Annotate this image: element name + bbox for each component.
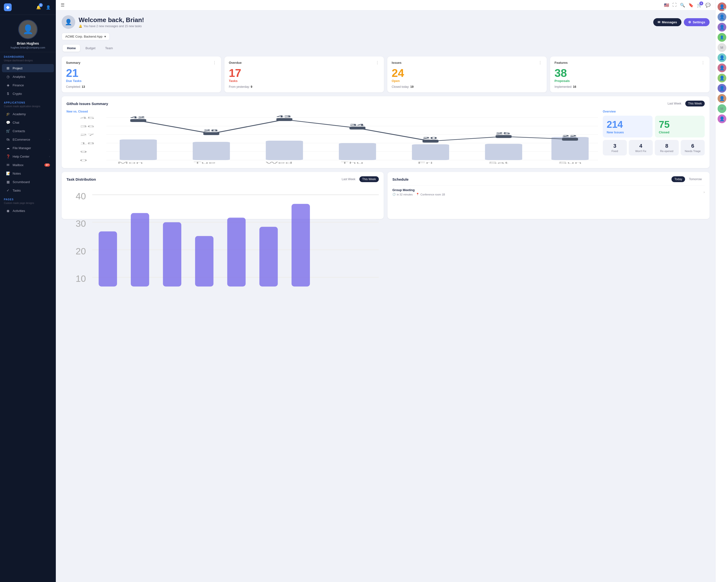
chart-wrap: 45 36 27 18 9 0 (67, 115, 598, 164)
bottom-row: Task Distribution Last Week This Week 40… (62, 172, 709, 219)
menu-icon[interactable]: ☰ (61, 2, 64, 8)
sidebar-section-label: DASHBOARDS (0, 52, 56, 59)
sidebar-item-label: Analytics (12, 75, 25, 79)
avatar-strip-item[interactable]: 👤 (718, 12, 726, 21)
sidebar-item-filemanager[interactable]: ☁ File Manager (2, 144, 54, 152)
sidebar-item-label: Notes (12, 172, 21, 175)
avatar-strip-item[interactable]: 👤 (718, 53, 726, 62)
user-profile: 👤 Brian Hughes hughes.brian@company.com (0, 15, 56, 52)
sidebar-item-scrumboard[interactable]: ▦ Scrumboard (2, 178, 54, 186)
online-dot (724, 9, 726, 11)
stat-label: Tasks (229, 79, 380, 83)
avatar-strip-item[interactable]: 👤 (718, 23, 726, 31)
stats-row: Summary ⋮ 21 Due Tasks Completed: 13 Ove… (62, 56, 709, 92)
settings-button[interactable]: ⚙ Settings (684, 18, 709, 26)
closed-number: 75 (659, 119, 701, 130)
sidebar-item-chat[interactable]: 💬 Chat (2, 118, 54, 127)
github-header: Github Issues Summary Last Week This Wee… (67, 101, 705, 107)
sidebar-item-project[interactable]: ⊞ Project (2, 64, 54, 72)
welcome-title: Welcome back, Brian! (79, 16, 144, 24)
search-icon[interactable]: 🔍 (680, 3, 685, 8)
stat-menu-icon[interactable]: ⋮ (375, 60, 380, 65)
filemanager-icon: ☁ (6, 146, 10, 150)
tab-team[interactable]: Team (101, 45, 117, 52)
sidebar-item-mailbox[interactable]: ✉ Mailbox 27 (2, 161, 54, 169)
svg-rect-21 (277, 118, 292, 121)
stat-card-issues: Issues ⋮ 24 Open Closed today: 19 (387, 56, 547, 92)
bookmark-icon[interactable]: 🔖 (688, 3, 694, 8)
svg-text:9: 9 (80, 150, 87, 153)
avatar-strip-item[interactable]: M (718, 43, 726, 52)
expand-icon[interactable]: ⛶ (672, 3, 677, 7)
last-week-btn[interactable]: Last Week (665, 101, 684, 107)
stat-number: 38 (554, 67, 705, 79)
sidebar-item-academy[interactable]: 🎓 Academy (2, 110, 54, 118)
avatar-strip-item[interactable]: 👤 (718, 94, 726, 103)
sidebar-item-finance[interactable]: ◈ Finance (2, 81, 54, 89)
schedule-header: Schedule Today Tomorrow (392, 176, 705, 182)
stat-footer: From yesterday: 9 (229, 85, 380, 88)
flag-icon[interactable]: 🇺🇸 (664, 3, 669, 8)
stat-card-title: Summary (66, 61, 80, 64)
sidebar-item-ecommerce[interactable]: 🛍 ECommerce › (2, 135, 54, 144)
stat-menu-icon[interactable]: ⋮ (538, 60, 542, 65)
sidebar-item-notes[interactable]: 📝 Notes (2, 169, 54, 177)
svg-text:0: 0 (80, 159, 87, 162)
tab-home[interactable]: Home (62, 45, 80, 52)
sidebar-item-label: Tasks (12, 189, 21, 192)
avatar-strip-item[interactable]: 👤 (718, 2, 726, 11)
svg-text:Sat: Sat (488, 162, 508, 164)
this-week-btn[interactable]: This Week (685, 101, 705, 107)
tab-budget[interactable]: Budget (81, 45, 100, 52)
svg-rect-48 (99, 231, 117, 286)
dist-chart-svg: 40 30 20 10 (67, 186, 379, 296)
sidebar-item-tasks[interactable]: ✓ Tasks (2, 186, 54, 194)
messages-button[interactable]: ✉ Messages (653, 18, 681, 26)
schedule-left: Group Meeting 🕐 in 32 minutes 📍 Conferen… (392, 188, 445, 196)
task-last-week-btn[interactable]: Last Week (339, 176, 358, 182)
profile-icon-button[interactable]: 👤 (45, 4, 52, 11)
avatar-strip-item[interactable]: 👤 (718, 114, 726, 123)
svg-rect-13 (193, 142, 230, 160)
svg-rect-19 (130, 119, 146, 122)
stat-menu-icon[interactable]: ⋮ (213, 60, 217, 65)
project-selector[interactable]: ACME Corp. Backend App ▾ (62, 33, 110, 40)
nav-badge-mailbox: 27 (45, 163, 50, 167)
stat-card-features: Features ⋮ 38 Proposals Implemented: 16 (550, 56, 709, 92)
academy-icon: 🎓 (6, 112, 10, 116)
chevron-down-icon: ▾ (104, 35, 106, 38)
overview-bottom: 3 Fixed 4 Won't Fix 8 Re-opened 6 Needs … (603, 140, 705, 156)
svg-text:Wed: Wed (265, 162, 293, 164)
sidebar-item-crypto[interactable]: $ Crypto (2, 89, 54, 98)
svg-rect-14 (266, 141, 303, 160)
sidebar-item-contacts[interactable]: 🛒 Contacts (2, 127, 54, 135)
sidebar-item-analytics[interactable]: ◷ Analytics (2, 73, 54, 81)
avatar-strip-item[interactable]: M (718, 104, 726, 113)
crypto-icon: $ (6, 92, 10, 95)
svg-text:30: 30 (76, 219, 86, 229)
chat-icon[interactable]: 💬 (705, 3, 710, 8)
avatar-strip-item[interactable]: 👤 (718, 84, 726, 93)
sidebar-item-helpcenter[interactable]: ❓ Help Center › (2, 152, 54, 161)
avatar-strip-item[interactable]: 👤 (718, 33, 726, 42)
schedule-arrow[interactable]: › (703, 190, 705, 194)
notifications-button[interactable]: 🔔 3 (35, 4, 42, 11)
svg-text:18: 18 (80, 142, 95, 145)
stat-card-title: Features (554, 61, 568, 64)
sidebar-item-activities[interactable]: ◉ Activities (2, 206, 54, 215)
schedule-today-btn[interactable]: Today (672, 176, 685, 182)
chat-icon: 💬 (6, 120, 10, 124)
svg-text:Tue: Tue (193, 162, 216, 164)
stat-menu-icon[interactable]: ⋮ (701, 60, 705, 65)
avatar-strip-item[interactable]: 👤 (718, 74, 726, 82)
github-title: Github Issues Summary (67, 102, 108, 106)
schedule-tomorrow-btn[interactable]: Tomorrow (686, 176, 705, 182)
stat-label: Proposals (554, 79, 705, 83)
svg-rect-52 (227, 218, 245, 286)
avatar-strip-item[interactable]: 👤 (718, 63, 726, 72)
cart-icon[interactable]: 🛒 5 (697, 3, 702, 8)
app-logo[interactable]: ◆ (4, 3, 11, 11)
task-this-week-btn[interactable]: This Week (359, 176, 379, 182)
sidebar-item-label: Mailbox (12, 163, 24, 167)
stat-number: 24 (392, 67, 542, 79)
